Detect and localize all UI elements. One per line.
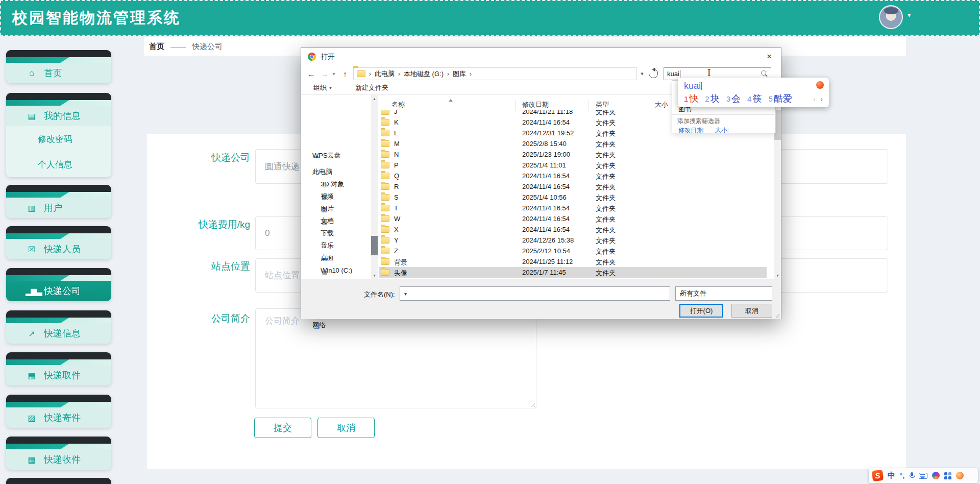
dialog-nav-item-8[interactable]: ▬桌面 <box>301 252 371 264</box>
dialog-nav-item-3[interactable]: ▥视频 <box>301 190 371 203</box>
sidebar-item-7[interactable]: ▨快递寄件 <box>6 395 111 428</box>
sidebar-item-body[interactable]: ↗快递信息 <box>6 323 111 344</box>
scroll-down-icon[interactable]: ▾ <box>371 272 378 279</box>
sidebar-item-body[interactable]: ▂▆▃快递公司 <box>6 281 111 301</box>
card-accent-stripe <box>6 57 111 63</box>
microphone-icon[interactable] <box>910 472 914 479</box>
chevron-down-icon[interactable]: ▾ <box>404 291 407 297</box>
cancel-button[interactable]: 取消 <box>317 418 375 438</box>
emoji-icon[interactable] <box>956 472 964 479</box>
ime-candidate-1[interactable]: 1快 <box>684 92 698 105</box>
file-row[interactable]: S2025/1/4 10:56文件夹 <box>379 192 772 203</box>
punctuation-icon[interactable]: °, <box>900 472 905 479</box>
file-row[interactable]: W2024/11/4 16:54文件夹 <box>379 213 772 224</box>
file-row[interactable]: P2025/1/4 11:01文件夹 <box>379 160 772 171</box>
sidebar-item-body[interactable]: ☒快递人员 <box>6 239 111 259</box>
up-icon[interactable]: ↑ <box>339 67 351 80</box>
sidebar-item-body[interactable]: ▥用户 <box>6 198 111 218</box>
column-divider <box>589 100 589 111</box>
dialog-cancel-button[interactable]: 取消 <box>731 304 772 318</box>
dialog-nav-item-1[interactable]: ▭此电脑 <box>301 166 371 178</box>
skin-icon[interactable] <box>932 472 940 479</box>
dialog-nav-item-6[interactable]: ↓下载 <box>301 227 371 239</box>
toolbox-icon[interactable] <box>944 472 951 479</box>
user-avatar[interactable] <box>879 5 903 29</box>
intro-textarea[interactable]: 公司简介 <box>255 308 536 408</box>
sort-asc-icon[interactable] <box>449 97 453 102</box>
column-name[interactable]: 名称 <box>391 100 405 109</box>
chevron-down-icon[interactable]: ▾ <box>908 11 911 19</box>
path-this-pc[interactable]: 此电脑 <box>375 69 395 79</box>
sidebar-subitem[interactable]: 个人信息 <box>6 152 111 177</box>
sidebar-subitem[interactable]: 修改密码 <box>6 126 111 152</box>
sogou-logo-icon[interactable]: S <box>872 470 884 481</box>
file-row[interactable]: M2025/2/8 15:40文件夹 <box>379 138 772 149</box>
file-row[interactable]: T2024/11/4 16:54文件夹 <box>379 203 772 213</box>
sidebar-item-2[interactable]: ▥用户 <box>6 185 111 218</box>
sidebar-item-body[interactable]: ▨快递寄件 <box>6 407 111 428</box>
keyboard-icon[interactable] <box>919 473 927 479</box>
sidebar-item-0[interactable]: ⌂首页 <box>6 50 111 83</box>
file-row[interactable]: Z2025/2/12 10:54文件夹 <box>379 246 772 256</box>
dialog-nav-item-2[interactable]: ◇3D 对象 <box>301 178 371 190</box>
sidebar-item-body[interactable]: ▦快递取件 <box>6 365 111 385</box>
dialog-nav-item-7[interactable]: ♪音乐 <box>301 239 371 252</box>
file-name: T <box>394 204 398 212</box>
path-drive-g[interactable]: 本地磁盘 (G:) <box>404 69 444 79</box>
dialog-nav-item-5[interactable]: ▤文档 <box>301 215 371 227</box>
sidebar-item-4[interactable]: ▂▆▃快递公司 <box>6 268 111 301</box>
chinese-mode-icon[interactable]: 中 <box>888 471 895 480</box>
ime-candidate-5[interactable]: 5酷爱 <box>768 92 792 105</box>
refresh-icon[interactable] <box>647 67 659 80</box>
address-bar[interactable]: › 此电脑 › 本地磁盘 (G:) › 图库 › <box>353 67 637 80</box>
history-chevron-icon[interactable]: ▾ <box>330 67 337 80</box>
file-row[interactable]: X2024/11/4 16:54文件夹 <box>379 224 772 235</box>
file-row[interactable]: R2024/11/4 16:54文件夹 <box>379 181 772 192</box>
path-gallery[interactable]: 图库 <box>453 69 466 79</box>
scrollbar-thumb[interactable] <box>371 236 378 255</box>
filename-input[interactable]: ▾ <box>400 286 670 301</box>
ime-toolbar: S 中 °, <box>869 468 978 483</box>
ime-candidate-3[interactable]: 3会 <box>726 92 741 105</box>
dialog-nav-item-0[interactable]: ☁WPS云盘 <box>301 150 371 162</box>
ime-candidate-4[interactable]: 4筷 <box>747 92 762 105</box>
filter-date-link[interactable]: 修改日期: <box>678 126 704 135</box>
column-size[interactable]: 大小 <box>655 100 668 109</box>
sidebar-item-6[interactable]: ▦快递取件 <box>6 352 111 385</box>
ime-candidate-2[interactable]: 2块 <box>705 92 719 105</box>
file-row[interactable]: 背景2024/11/25 11:12文件夹 <box>379 256 772 267</box>
dialog-nav-item-4[interactable]: ▩图片 <box>301 203 371 215</box>
sidebar-item-1[interactable]: ▤我的信息修改密码个人信息 <box>6 93 111 177</box>
file-row[interactable]: N2025/1/23 19:00文件夹 <box>379 149 772 160</box>
sidebar-item-3[interactable]: ☒快递人员 <box>6 226 111 259</box>
filter-size-link[interactable]: 大小: <box>715 126 729 135</box>
sidebar-item-body[interactable]: ▤我的信息 <box>6 106 111 126</box>
breadcrumb-home[interactable]: 首页 <box>149 42 164 52</box>
pager-next-icon[interactable]: › <box>820 94 823 103</box>
open-button[interactable]: 打开(O) <box>679 304 723 318</box>
sidebar-item-5[interactable]: ↗快递信息 <box>6 310 111 344</box>
dialog-nav-item-9[interactable]: ▄Win10 (C:) <box>301 264 371 276</box>
nav-scrollbar[interactable]: ▴ ▾ <box>371 95 378 279</box>
dialog-titlebar[interactable]: 打开 × <box>301 48 781 65</box>
sidebar-item-body[interactable]: ⌂首页 <box>6 63 111 83</box>
address-dropdown-icon[interactable]: ▾ <box>638 67 646 80</box>
file-row[interactable]: 头像2025/1/7 11:45文件夹 <box>379 267 767 278</box>
sidebar-item-8[interactable]: ▦快递收件 <box>6 437 111 470</box>
back-icon[interactable]: ← <box>305 67 317 80</box>
sidebar-item-body[interactable]: ▦快递收件 <box>6 449 111 470</box>
dialog-nav-item-13[interactable]: ◫网络 <box>301 319 371 331</box>
file-row[interactable]: Q2024/11/4 16:54文件夹 <box>379 171 772 181</box>
scroll-down-icon[interactable]: ▾ <box>774 272 781 279</box>
submit-button[interactable]: 提交 <box>254 418 311 438</box>
organize-button[interactable]: 组织 <box>313 83 327 92</box>
file-row[interactable]: Y2024/12/26 15:38文件夹 <box>379 235 772 246</box>
scroll-up-icon[interactable]: ▴ <box>371 95 378 102</box>
close-icon[interactable]: × <box>757 48 781 65</box>
column-type[interactable]: 类型 <box>596 100 609 109</box>
new-folder-button[interactable]: 新建文件夹 <box>355 83 388 92</box>
resize-grip[interactable] <box>774 312 779 318</box>
column-date[interactable]: 修改日期 <box>522 100 549 109</box>
filetype-select[interactable]: 所有文件 ▾ <box>675 286 772 301</box>
pager-prev-icon[interactable]: ‹ <box>813 94 816 103</box>
